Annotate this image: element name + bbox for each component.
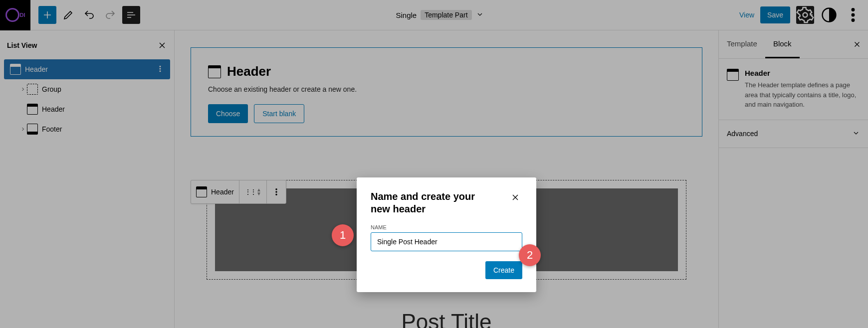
name-input[interactable] xyxy=(371,232,522,251)
modal-title: Name and create your new header xyxy=(371,190,495,215)
create-button[interactable]: Create xyxy=(485,261,522,279)
name-field-label: NAME xyxy=(371,224,522,230)
close-icon[interactable] xyxy=(508,190,522,206)
annotation-badge-1: 1 xyxy=(332,224,354,246)
annotation-badge-2: 2 xyxy=(519,244,541,266)
create-header-modal: Name and create your new header NAME Cre… xyxy=(357,177,536,292)
